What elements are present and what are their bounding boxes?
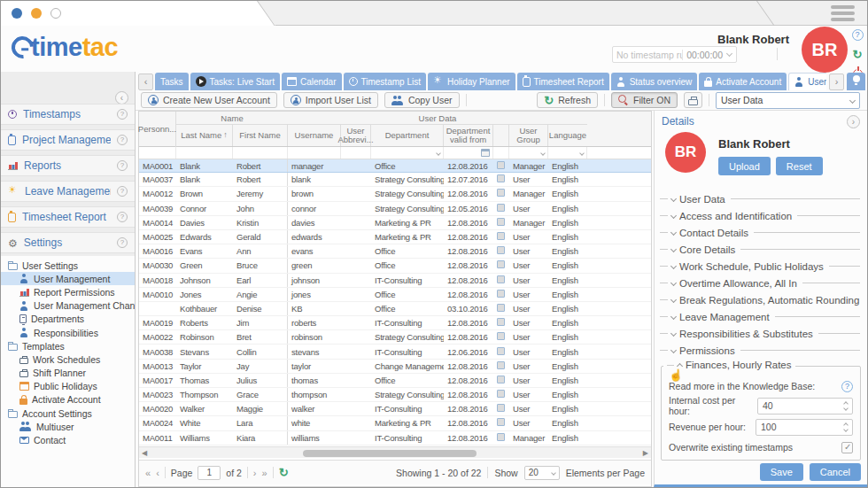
department-history-icon[interactable] <box>497 204 505 212</box>
filter-last-name-input[interactable] <box>176 147 233 159</box>
filter-language-select[interactable] <box>548 147 587 159</box>
sidebar-item[interactable]: Project Management ? <box>1 129 135 151</box>
collapsed-section[interactable]: Responsibilities & Substitutes <box>655 325 867 342</box>
department-history-icon[interactable] <box>497 304 505 312</box>
save-button[interactable]: Save <box>760 463 803 481</box>
view-select[interactable]: User Data <box>716 92 860 109</box>
last-page-icon[interactable]: » <box>262 468 267 478</box>
spinner-icon[interactable] <box>844 423 848 431</box>
table-row[interactable]: MA0037 Blank Robert blank Strategy Consu… <box>139 173 651 187</box>
department-history-icon[interactable] <box>497 376 505 383</box>
tree-item[interactable]: User Management <box>1 272 135 285</box>
reset-button[interactable]: Reset <box>776 157 823 175</box>
tabs-scroll-right-icon[interactable]: › <box>829 74 844 90</box>
collapsed-section[interactable]: Overtime Allowance, All In <box>655 275 867 291</box>
filter-user-group-select[interactable] <box>509 147 548 159</box>
collapsed-section[interactable]: Contact Details <box>655 224 867 241</box>
avatar[interactable]: BR <box>802 27 848 73</box>
tab[interactable]: Tasks: Live Start ✕ <box>190 73 280 90</box>
help-icon[interactable]: ? <box>117 237 128 248</box>
table-row[interactable]: MA0010 Jones Angie jones Office 12.08.20… <box>139 288 651 302</box>
column-header-department[interactable]: Department <box>371 125 444 146</box>
department-history-icon[interactable] <box>497 390 505 398</box>
sidebar-item[interactable]: Leave Management ? <box>1 181 135 202</box>
table-row[interactable]: MA0025 Edwards Gerald edwards Marketing … <box>139 230 651 244</box>
tree-item[interactable]: Report Permissions <box>1 285 135 298</box>
department-history-icon[interactable] <box>497 275 505 283</box>
page-number-input[interactable]: 1 <box>198 466 221 480</box>
number-input[interactable]: 40 <box>757 398 853 414</box>
traffic-light-white-icon[interactable] <box>50 8 61 19</box>
page-size-select[interactable]: 20 <box>524 466 560 480</box>
department-history-icon[interactable] <box>497 246 505 254</box>
tab[interactable]: Timestamp List ✕ <box>344 73 426 90</box>
tree-item[interactable]: User Settings <box>1 259 135 272</box>
table-row[interactable]: MA0022 Robinson Bret robinson Strategy C… <box>139 330 651 345</box>
collapsed-section[interactable]: Core Details <box>655 241 867 258</box>
table-row[interactable]: MA0024 White Lara white Marketing & PR 1… <box>139 416 651 430</box>
collapsed-section[interactable]: User Data <box>655 190 867 207</box>
department-history-icon[interactable] <box>497 332 505 340</box>
department-history-icon[interactable] <box>497 189 505 197</box>
toolbar-button[interactable]: Create New User Account <box>141 92 277 108</box>
sidebar-item[interactable]: Settings ? <box>1 232 135 253</box>
cancel-button[interactable]: Cancel <box>810 463 861 481</box>
help-icon[interactable]: ? <box>117 212 128 222</box>
knowledge-base-help-icon[interactable]: ? <box>841 381 853 392</box>
department-history-icon[interactable] <box>497 161 505 169</box>
print-button[interactable] <box>684 92 702 108</box>
collapsed-section[interactable]: Work Schedule, Public Holidays <box>655 258 867 275</box>
table-row[interactable]: Kothbauer Denise KB Office 03.10.2016 Us… <box>139 302 651 316</box>
table-row[interactable]: MA0019 Roberts Jim roberts IT-Consulting… <box>139 316 651 330</box>
tree-item[interactable]: Work Schedules <box>1 352 135 366</box>
filter-first-name-input[interactable] <box>233 147 288 159</box>
tree-item[interactable]: Activate Account <box>1 393 135 407</box>
table-row[interactable]: MA0020 Walker Maggie walker IT-Consultin… <box>139 402 651 416</box>
chevron-down-icon[interactable] <box>726 50 732 57</box>
sidebar-item[interactable]: Timesheet Report ? <box>1 206 135 228</box>
tab[interactable]: Calendar ✕ <box>282 73 342 90</box>
column-header-history[interactable] <box>493 125 509 146</box>
department-history-icon[interactable] <box>497 290 505 298</box>
sidebar-collapse-button[interactable]: ‹ <box>115 91 128 105</box>
table-row[interactable]: MA0038 Stevans Collin stevans IT-Consult… <box>139 345 651 359</box>
horizontal-scrollbar[interactable]: ◀ ▶ <box>139 446 651 458</box>
first-page-icon[interactable]: « <box>145 468 151 478</box>
tabs-scroll-left-icon[interactable]: ‹ <box>138 74 153 90</box>
column-header-last-name[interactable]: Last Name↑ <box>176 125 233 146</box>
traffic-light-orange-icon[interactable] <box>31 8 42 19</box>
lightbulb-button[interactable] <box>847 73 865 90</box>
filter-personnel-input[interactable] <box>139 147 176 159</box>
sidebar-item[interactable]: Timestamps ? <box>1 104 135 125</box>
table-row[interactable]: MA0017 Thomas Julius thomas Office 12.08… <box>139 374 651 388</box>
collapsed-section[interactable]: Leave Management <box>655 308 867 325</box>
tab[interactable]: Timesheet Report ✕ <box>517 73 609 90</box>
table-row[interactable]: MA0001 Blank Robert manager Office 12.08… <box>139 159 651 173</box>
tree-item[interactable]: User Management Changelog <box>1 299 135 313</box>
tab[interactable]: Holiday Planner ✕ <box>428 73 515 90</box>
table-row[interactable]: MA0023 Thompson Grace thompson Strategy … <box>139 388 651 402</box>
table-row[interactable]: MA0011 Williams Kiara williams IT-Consul… <box>139 431 651 445</box>
table-row[interactable]: MA0013 Taylor Jay taylor Change Manageme… <box>139 360 651 374</box>
table-row[interactable]: MA0012 Brown Jeremy brown Strategy Consu… <box>139 187 651 201</box>
number-input[interactable]: 100 <box>756 419 853 436</box>
department-history-icon[interactable] <box>497 174 505 182</box>
toolbar-button[interactable]: Import User List <box>283 92 378 108</box>
details-collapse-icon[interactable]: › <box>847 115 860 128</box>
column-header-user-group[interactable]: User Group <box>509 125 548 146</box>
department-history-icon[interactable] <box>497 260 505 268</box>
finances-section-header[interactable]: Finances, Hourly Rates <box>663 360 795 370</box>
reload-table-icon[interactable] <box>279 466 289 479</box>
table-row[interactable]: MA0014 Davies Kristin davies Marketing &… <box>139 216 651 230</box>
collapsed-section[interactable]: Access and Identification <box>655 207 867 224</box>
refresh-button[interactable]: Refresh <box>537 92 598 108</box>
help-icon[interactable]: ? <box>117 135 128 145</box>
column-header-first-name[interactable]: First Name <box>233 125 288 146</box>
tree-item[interactable]: Departments <box>1 313 135 326</box>
help-icon[interactable]: ? <box>117 186 128 197</box>
column-header-language[interactable]: Language <box>548 125 587 146</box>
tree-item[interactable]: Responsibilities <box>1 326 135 339</box>
table-row[interactable]: MA0016 Evans Ann evans Office 12.08.2016… <box>139 244 651 259</box>
table-row[interactable]: MA0039 Connor John connor Strategy Consu… <box>139 202 651 216</box>
tree-item[interactable]: Multiuser <box>1 420 135 433</box>
